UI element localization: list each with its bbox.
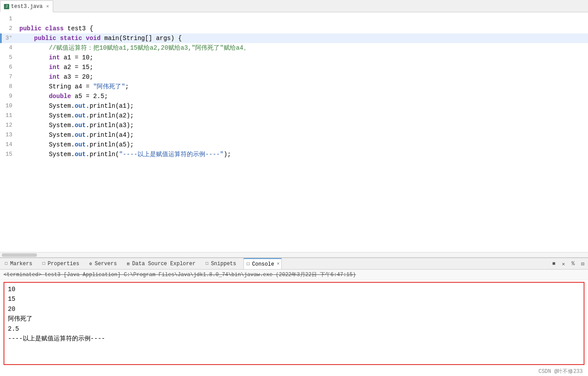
markers-icon: □	[4, 261, 9, 266]
bottom-footer: CSDN @叶不修233	[0, 367, 588, 376]
code-line: 2 public class test3 {	[0, 24, 588, 33]
output-line-2: 15	[8, 294, 580, 304]
code-line: 10 System.out.println(a1);	[0, 101, 588, 111]
code-line: 6 int a2 = 15;	[0, 62, 588, 72]
code-line: 1	[0, 14, 588, 24]
tab-data-source-explorer[interactable]: ⊞ Data Source Explorer	[124, 258, 197, 269]
panel-tabs-inner: □ Markers □ Properties ⚙ Servers ⊞ Data …	[0, 258, 588, 270]
data-source-icon: ⊞	[126, 261, 131, 266]
code-line: 12 System.out.println(a3);	[0, 120, 588, 130]
output-line-6: ----以上是赋值运算符的示例----	[8, 334, 580, 343]
code-line: 13 System.out.println(a4);	[0, 130, 588, 140]
tab-data-source-label: Data Source Explorer	[132, 261, 196, 267]
java-file-icon: J	[4, 4, 9, 9]
code-line: 11 System.out.println(a2);	[0, 111, 588, 120]
console-tab-close[interactable]: ×	[277, 262, 279, 266]
output-line-3: 20	[8, 304, 580, 314]
tab-servers-label: Servers	[94, 261, 116, 267]
tab-snippets-label: Snippets	[211, 261, 236, 267]
console-icon: □	[246, 262, 251, 267]
tab-markers-label: Markers	[10, 261, 32, 267]
tab-close-button[interactable]: ×	[46, 4, 49, 9]
close-panel-button[interactable]: ✕	[560, 260, 567, 267]
tab-markers[interactable]: □ Markers	[2, 258, 34, 269]
code-line: 8 String a4 = "阿伟死了";	[0, 82, 588, 91]
panel-toolbar: ■ ✕ % ⊡	[550, 258, 586, 270]
code-line: 4 //赋值运算符：把10赋给a1,15赋给a2,20赋给a3,"阿伟死了"赋给…	[0, 43, 588, 53]
code-line: 14 System.out.println(a5);	[0, 140, 588, 150]
code-line: 7 int a3 = 20;	[0, 72, 588, 82]
code-line: 9 double a5 = 2.5;	[0, 91, 588, 101]
panel-tabs: □ Markers □ Properties ⚙ Servers ⊞ Data …	[0, 258, 588, 270]
code-line-current: 3° public static void main(String[] args…	[0, 33, 588, 43]
code-line: 5 int a1 = 10;	[0, 53, 588, 62]
console-output: 10 15 20 阿伟死了 2.5 ----以上是赋值运算符的示例----	[4, 282, 584, 365]
code-line: 15 System.out.println("----以上是赋值运算符的示例--…	[0, 150, 588, 159]
percent-button[interactable]: %	[570, 260, 577, 267]
scroll-thumb[interactable]	[2, 253, 37, 257]
code-editor[interactable]: 1 2 public class test3 { 3° public stati…	[0, 12, 588, 252]
tab-properties[interactable]: □ Properties	[39, 258, 81, 269]
tab-snippets[interactable]: □ Snippets	[203, 258, 238, 269]
maximize-button[interactable]: ⊡	[579, 260, 586, 267]
tab-console-label: Console	[252, 261, 274, 267]
tab-bar: J test3.java ×	[0, 0, 588, 12]
horizontal-scrollbar[interactable]	[0, 252, 588, 257]
snippets-icon: □	[204, 261, 210, 266]
bottom-panel: □ Markers □ Properties ⚙ Servers ⊞ Data …	[0, 257, 588, 376]
tab-properties-label: Properties	[47, 261, 79, 267]
editor-container: J test3.java × 1 2 public class test3 { …	[0, 0, 588, 257]
tab-servers[interactable]: ⚙ Servers	[86, 258, 118, 269]
properties-icon: □	[41, 261, 46, 266]
minimize-button[interactable]: ■	[550, 260, 557, 267]
output-line-1: 10	[8, 285, 580, 294]
tab-label: test3.java	[11, 4, 43, 10]
editor-tab[interactable]: J test3.java ×	[0, 0, 53, 12]
console-header: <terminated> test3 [Java Application] C:…	[0, 270, 588, 280]
footer-attribution: CSDN @叶不修233	[538, 368, 583, 375]
panel-tab-bar: □ Markers □ Properties ⚙ Servers ⊞ Data …	[0, 258, 588, 270]
servers-icon: ⚙	[88, 261, 93, 266]
output-line-4: 阿伟死了	[8, 314, 580, 324]
output-line-5: 2.5	[8, 324, 580, 334]
tab-console[interactable]: □ Console ×	[243, 258, 282, 269]
